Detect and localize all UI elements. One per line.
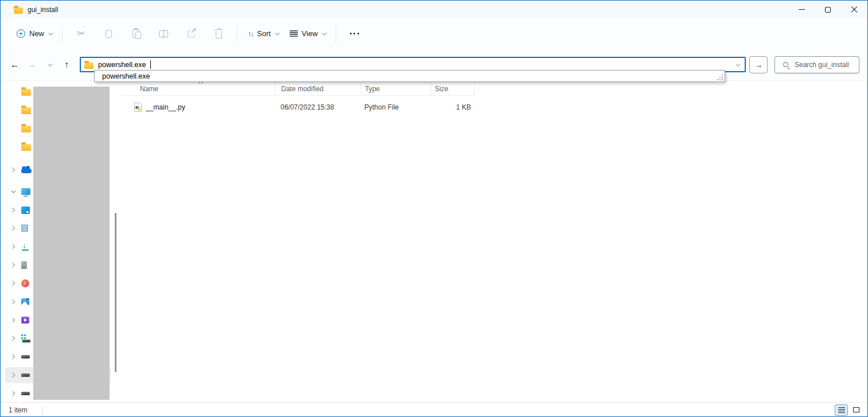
recent-locations-button[interactable] [41, 56, 58, 73]
folder-icon [21, 107, 31, 114]
new-button[interactable]: New [11, 24, 57, 44]
chevron-right-icon[interactable] [10, 244, 15, 249]
column-header-type[interactable]: Type [361, 82, 431, 96]
chevron-right-icon[interactable] [10, 167, 15, 172]
onedrive-cloud-icon [21, 169, 32, 173]
search-icon [783, 62, 788, 67]
folder-icon [14, 7, 23, 14]
rename-button[interactable] [152, 24, 175, 44]
forward-button[interactable] [24, 56, 41, 73]
large-icons-view-icon [853, 407, 859, 412]
trash-icon [216, 31, 222, 38]
go-button[interactable] [749, 56, 768, 73]
paste-button[interactable] [124, 24, 147, 44]
folder-icon [21, 126, 31, 132]
chevron-right-icon[interactable] [10, 336, 15, 341]
redacted-labels-overlay [33, 87, 110, 400]
cut-button[interactable]: ✂ [69, 24, 92, 44]
chevron-right-icon[interactable] [10, 281, 15, 286]
title-bar: gui_install [1, 1, 867, 18]
drive-icon [21, 392, 30, 395]
toolbar-divider [237, 25, 238, 42]
address-dropdown-chevron-icon[interactable] [735, 61, 740, 66]
large-icons-view-toggle[interactable] [850, 404, 863, 416]
videos-icon [21, 317, 29, 324]
device-icon [21, 261, 27, 269]
resize-grip-icon[interactable] [717, 75, 723, 81]
this-pc-monitor-icon [21, 188, 30, 195]
content-area: Name Date modified Type Size __main__.py… [1, 81, 867, 402]
minimize-button[interactable] [788, 1, 815, 18]
chevron-down-icon [48, 30, 53, 35]
file-explorer-window: gui_install New ✂ Sort View [0, 0, 868, 417]
close-icon [851, 6, 858, 13]
chevron-down-icon [275, 30, 279, 35]
copy-icon [106, 30, 112, 38]
documents-icon [21, 224, 28, 232]
column-header-name[interactable]: Name [121, 82, 275, 96]
go-arrow-icon [754, 60, 763, 69]
chevron-down-icon [48, 61, 52, 66]
sort-button[interactable]: Sort [242, 24, 284, 44]
folder-icon [21, 89, 31, 96]
file-size-cell: 1 KB [431, 103, 475, 111]
chevron-right-icon[interactable] [10, 226, 15, 231]
chevron-right-icon[interactable] [10, 391, 15, 396]
suggestion-item[interactable]: powershell.exe [95, 72, 717, 80]
chevron-right-icon[interactable] [10, 318, 15, 322]
python-file-icon [134, 103, 142, 112]
navigation-pane [1, 81, 121, 402]
chevron-right-icon[interactable] [10, 354, 15, 359]
file-type-cell: Python File [361, 103, 431, 111]
details-view-toggle[interactable] [835, 404, 848, 416]
delete-button[interactable] [207, 24, 230, 44]
sort-arrows-icon [248, 29, 253, 38]
chevron-right-icon[interactable] [10, 208, 15, 212]
item-count: 1 item [9, 406, 28, 414]
text-caret [150, 60, 151, 69]
column-header-date-modified[interactable]: Date modified [275, 82, 361, 96]
back-button[interactable] [6, 56, 24, 73]
cut-icon: ✂ [77, 28, 85, 40]
new-plus-icon [17, 29, 25, 38]
folder-icon [21, 144, 31, 151]
column-header-row: Name Date modified Type Size [121, 81, 475, 97]
chevron-right-icon[interactable] [10, 299, 15, 304]
share-button[interactable] [180, 24, 203, 44]
sidebar-scrollbar[interactable] [115, 213, 116, 372]
column-header-size[interactable]: Size [431, 82, 475, 96]
chevron-down-icon[interactable] [11, 188, 15, 193]
file-name-cell[interactable]: __main__.py [121, 103, 275, 112]
file-list-pane: Name Date modified Type Size __main__.py… [121, 81, 867, 402]
chevron-down-icon [322, 30, 326, 35]
rename-icon [159, 30, 168, 37]
file-name: __main__.py [146, 103, 185, 111]
view-button[interactable]: View [284, 24, 331, 44]
new-button-label: New [29, 29, 44, 38]
address-suggestion-dropdown: powershell.exe [94, 70, 725, 82]
view-lines-icon [290, 30, 298, 37]
forward-arrow-icon [28, 60, 37, 70]
see-more-button[interactable] [343, 24, 366, 44]
up-button[interactable] [58, 56, 75, 73]
chevron-right-icon[interactable] [10, 373, 15, 377]
copy-button[interactable] [97, 24, 120, 44]
file-row[interactable]: __main__.py 06/07/2022 15:38 Python File… [121, 99, 867, 116]
folder-icon [84, 63, 94, 69]
close-button[interactable] [841, 1, 867, 18]
search-box[interactable] [774, 56, 859, 73]
maximize-icon [825, 7, 831, 13]
minimize-icon [799, 9, 805, 10]
share-icon [188, 30, 195, 37]
chevron-right-icon[interactable] [10, 263, 15, 267]
sort-button-label: Sort [257, 29, 271, 38]
search-input[interactable] [795, 61, 854, 69]
paste-icon [133, 29, 139, 38]
status-bar: 1 item [1, 402, 867, 417]
drive-icon [21, 355, 30, 358]
desktop-icon [21, 206, 30, 214]
up-arrow-icon [64, 60, 69, 70]
command-bar: New ✂ Sort View [1, 18, 867, 49]
maximize-button[interactable] [815, 1, 841, 18]
windows-drive-icon [21, 334, 30, 342]
